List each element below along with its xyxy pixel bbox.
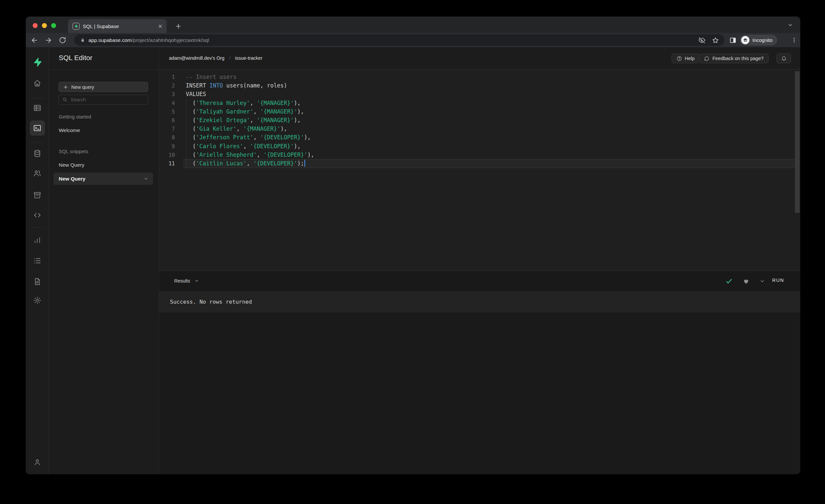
bookmark-star-icon[interactable] <box>711 35 720 45</box>
code-token: 'Caitlin Lucas' <box>196 160 247 167</box>
sidebar-item-welcome[interactable]: Welcome <box>59 127 80 133</box>
scrollbar-thumb[interactable] <box>795 71 800 213</box>
minimize-window-button[interactable] <box>42 23 47 28</box>
breadcrumb-separator: / <box>229 56 230 61</box>
results-dropdown[interactable]: Results <box>174 278 199 284</box>
feedback-button[interactable]: Feedback on this page? <box>699 54 768 63</box>
incognito-avatar-icon <box>741 36 749 44</box>
code-token: ( <box>186 100 196 106</box>
rail-item-api-docs[interactable] <box>33 277 42 286</box>
forward-button[interactable] <box>44 35 53 45</box>
url-path: /project/azahtnhqohyjerzaxtmk/sql <box>132 37 209 43</box>
code-token: '{DEVELOPER}' <box>250 143 294 149</box>
logs-icon <box>33 257 42 265</box>
rail-divider <box>30 227 45 228</box>
eye-off-icon[interactable] <box>697 35 706 45</box>
favorite-heart-icon[interactable] <box>743 278 750 286</box>
supabase-logo-icon <box>32 57 42 67</box>
rail-item-database[interactable] <box>33 149 42 158</box>
speech-bubble-icon <box>704 56 709 61</box>
url-text: app.supabase.com/project/azahtnhqohyjerz… <box>88 37 209 43</box>
sql-editor-icon <box>33 124 42 132</box>
notifications-button[interactable] <box>776 54 791 63</box>
browser-tab[interactable]: SQL | Supabase <box>68 19 167 33</box>
edge-functions-icon <box>33 211 42 219</box>
code-token: ), <box>308 151 314 158</box>
search-icon <box>62 97 68 102</box>
code-token: 'Arielle Shepherd' <box>196 151 257 158</box>
code-token: , <box>253 108 260 115</box>
code-token: ), <box>281 126 287 132</box>
line-number: 10 <box>159 150 175 159</box>
code-token: '{MANAGER}' <box>257 100 294 106</box>
sidebar-item-new-query[interactable]: New Query <box>59 162 84 168</box>
breadcrumb-project[interactable]: issue-tracker <box>235 56 262 61</box>
sql-editor-sidebar: SQL Editor New query Search Getting star… <box>49 47 159 474</box>
line-number: 1 <box>159 73 175 81</box>
new-query-button[interactable]: New query <box>58 82 148 92</box>
code-token: 'Taliyah Gardner' <box>196 108 253 115</box>
results-label: Results <box>174 278 190 284</box>
maximize-window-button[interactable] <box>51 23 56 28</box>
storage-icon <box>33 191 42 199</box>
help-button[interactable]: Help <box>672 54 699 63</box>
breadcrumb: adam@windmill.dev's Org / issue-tracker <box>169 56 262 61</box>
code-token: 'Carlo Flores' <box>196 143 243 149</box>
sidebar-item-new-query-selected[interactable]: New Query <box>54 172 153 185</box>
incognito-badge[interactable]: Incognito <box>740 34 777 46</box>
side-panel-icon[interactable] <box>729 36 737 45</box>
search-input[interactable]: Search <box>58 95 148 104</box>
sql-code-editor[interactable]: 1-- Insert users2INSERT INTO users(name,… <box>159 69 800 271</box>
results-empty-area <box>159 312 800 474</box>
rail-item-table-editor[interactable] <box>33 103 42 112</box>
new-tab-button[interactable] <box>173 21 183 31</box>
navigation-rail <box>26 47 49 474</box>
success-check-icon <box>725 278 733 286</box>
success-message: Success. No rows returned <box>170 299 252 305</box>
tab-close-icon[interactable] <box>157 23 163 29</box>
code-token: 'Ezekiel Ortega' <box>196 117 250 124</box>
rail-item-account[interactable] <box>33 458 42 466</box>
browser-menu-icon[interactable] <box>790 35 798 45</box>
line-number: 4 <box>159 99 175 107</box>
rail-item-settings[interactable] <box>33 296 42 305</box>
code-line-6: ('Ezekiel Ortega', '{MANAGER}'), <box>186 116 301 125</box>
code-line-4: ('Theresa Hurley', '{MANAGER}'), <box>186 99 301 107</box>
lock-icon <box>80 38 85 43</box>
rail-item-logs[interactable] <box>33 257 42 265</box>
main-header: adam@windmill.dev's Org / issue-tracker … <box>159 47 800 69</box>
url-bar[interactable]: app.supabase.com/project/azahtnhqohyjerz… <box>74 34 724 46</box>
code-token: , <box>253 134 260 141</box>
rail-item-edge-functions[interactable] <box>33 211 42 219</box>
rail-item-sql-editor[interactable] <box>30 121 45 136</box>
incognito-label: Incognito <box>752 37 772 43</box>
rail-item-auth-users[interactable] <box>33 169 42 177</box>
code-token: '{MANAGER}' <box>260 108 297 115</box>
code-token: ), <box>304 134 310 141</box>
results-success-row: Success. No rows returned <box>159 292 800 312</box>
code-token: -- Insert users <box>186 74 237 80</box>
code-token: 'Gia Keller' <box>196 126 237 132</box>
reload-button[interactable] <box>58 35 67 45</box>
run-options-chevron-icon[interactable] <box>760 279 765 285</box>
rail-item-storage[interactable] <box>33 191 42 199</box>
code-line-8: ('Jefferson Pratt', '{DEVELOPER}'), <box>186 133 311 142</box>
account-icon <box>33 458 42 466</box>
back-button[interactable] <box>30 35 39 45</box>
run-button[interactable]: RUN <box>772 278 784 283</box>
close-window-button[interactable] <box>33 23 38 28</box>
code-line-3: VALUES <box>186 90 206 99</box>
chevron-down-icon[interactable] <box>144 176 149 181</box>
code-token: '{MANAGER}' <box>243 126 281 132</box>
help-button-label: Help <box>685 56 695 61</box>
tab-title: SQL | Supabase <box>83 23 119 29</box>
tab-search-chevron-icon[interactable] <box>788 22 793 29</box>
code-token: ), <box>294 117 301 124</box>
api-docs-icon <box>33 277 42 286</box>
rail-item-reports[interactable] <box>33 236 42 244</box>
supabase-logo[interactable] <box>33 58 42 66</box>
text-cursor <box>304 160 305 167</box>
code-token: ( <box>186 126 196 132</box>
rail-item-home[interactable] <box>33 79 42 87</box>
breadcrumb-org[interactable]: adam@windmill.dev's Org <box>169 56 224 61</box>
